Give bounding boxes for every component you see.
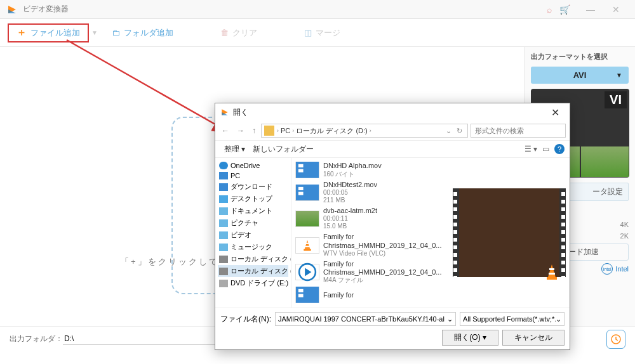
format-select[interactable]: AVI ▼ bbox=[531, 67, 629, 84]
organize-menu[interactable]: 整理 ▾ bbox=[220, 144, 249, 155]
tree-item[interactable]: ダウンロード bbox=[218, 181, 288, 193]
svg-rect-8 bbox=[304, 249, 311, 250]
file-meta: WTV Video File (VLC) bbox=[323, 250, 445, 257]
tree-item[interactable]: PC bbox=[218, 171, 288, 181]
vid-icon bbox=[219, 231, 228, 239]
dialog-logo-icon bbox=[220, 108, 229, 117]
side-title: 出力フォーマットを選択 bbox=[531, 52, 629, 62]
res-2k[interactable]: 2K bbox=[620, 232, 629, 240]
nav-back-button[interactable]: ← bbox=[219, 126, 232, 135]
svg-rect-10 bbox=[305, 245, 309, 247]
mus-icon bbox=[219, 244, 228, 251]
nav-up-button[interactable]: ↑ bbox=[250, 126, 258, 135]
tree-item[interactable]: OneDrive bbox=[218, 160, 288, 171]
tree-item[interactable]: ローカル ディスク (D bbox=[218, 265, 288, 277]
file-item[interactable]: Family for Christmas_HMMHD_2019_12_04_0.… bbox=[294, 231, 446, 258]
breadcrumb[interactable]: › PC › ローカル ディスク (D:) › ⌄ ↻ bbox=[261, 124, 468, 138]
help-button[interactable]: ? bbox=[554, 144, 565, 154]
file-meta: 160 バイト bbox=[323, 171, 382, 178]
add-file-label: ファイル追加 bbox=[30, 27, 80, 39]
dialog-close-button[interactable]: ✕ bbox=[546, 107, 565, 119]
tree-item[interactable]: ローカル ディスク (C bbox=[218, 253, 288, 265]
svg-rect-3 bbox=[298, 164, 304, 167]
pc-icon bbox=[219, 172, 228, 179]
file-item[interactable]: Family for Christmas_HMMHD_2019_12_04_0.… bbox=[294, 259, 446, 285]
tree-label: ドキュメント bbox=[231, 206, 272, 216]
clock-icon bbox=[610, 334, 622, 345]
file-list[interactable]: DNxHD Alpha.mov160 バイトDNxHDtest2.mov00:0… bbox=[291, 158, 449, 308]
intel-icon: intel bbox=[601, 263, 613, 275]
tree-item[interactable]: ピクチャ bbox=[218, 217, 288, 229]
tree-label: ローカル ディスク (C bbox=[231, 254, 291, 264]
file-name: dvb-aac-latm.m2t bbox=[323, 207, 377, 215]
tree-item[interactable]: ミュージック bbox=[218, 241, 288, 253]
preview-pane-button[interactable]: ▭ bbox=[542, 145, 549, 153]
tree-item[interactable]: DVD ドライブ (E:) bbox=[218, 277, 288, 289]
tree-item[interactable]: ドキュメント bbox=[218, 205, 288, 217]
dvd-icon bbox=[219, 280, 228, 287]
pic-icon bbox=[219, 219, 228, 227]
svg-rect-15 bbox=[547, 277, 557, 280]
preview-thumbnail bbox=[453, 188, 566, 277]
tree-label: ミュージック bbox=[231, 242, 272, 252]
tree-label: ダウンロード bbox=[231, 182, 272, 192]
path-seg-pc[interactable]: PC bbox=[279, 127, 292, 134]
filename-label: ファイル名(N): bbox=[220, 314, 271, 325]
cloud-icon bbox=[219, 162, 228, 169]
add-folder-button[interactable]: 🗀 フォルダ追加 bbox=[104, 23, 181, 42]
res-4k[interactable]: 4K bbox=[620, 221, 629, 228]
output-label: 出力フォルダ： bbox=[10, 334, 63, 344]
nav-fwd-button[interactable]: → bbox=[234, 126, 247, 135]
app-logo-icon bbox=[6, 4, 18, 15]
desk-icon bbox=[219, 195, 228, 203]
schedule-button[interactable] bbox=[606, 330, 625, 349]
format-value: AVI bbox=[573, 70, 587, 80]
tree-item[interactable]: ビデオ bbox=[218, 229, 288, 241]
minimize-button[interactable]: — bbox=[578, 0, 603, 19]
search-input[interactable] bbox=[471, 124, 566, 138]
refresh-icon[interactable]: ↻ bbox=[454, 127, 465, 135]
file-name: Family for bbox=[323, 291, 354, 299]
close-button[interactable]: ✕ bbox=[603, 0, 629, 19]
tree-item[interactable]: デスクトップ bbox=[218, 193, 288, 205]
file-name: DNxHD Alpha.mov bbox=[323, 162, 382, 170]
new-folder-button[interactable]: 新しいフォルダー bbox=[249, 144, 318, 155]
open-button[interactable]: 開く(O) ▾ bbox=[442, 330, 498, 346]
doc-icon bbox=[219, 207, 228, 215]
view-mode-button[interactable]: ☰ ▾ bbox=[525, 145, 537, 153]
path-seg-drive[interactable]: ローカル ディスク (D:) bbox=[294, 126, 369, 136]
folder-icon bbox=[264, 126, 274, 136]
file-item[interactable]: dvb-aac-latm.m2t00:00:1115.0 MB bbox=[294, 205, 446, 231]
path-dropdown-icon[interactable]: ⌄ bbox=[443, 127, 454, 135]
file-item[interactable]: DNxHDtest2.mov00:00:05211 MB bbox=[294, 179, 446, 205]
dl-icon bbox=[219, 183, 228, 191]
filename-combo[interactable]: JAMIROQUAI 1997 CONCERT-aBrTbKau5KY.f140… bbox=[275, 312, 456, 326]
toolbar: ＋ ファイル追加 ▼ 🗀 フォルダ追加 🗑 クリア ◫ マージ bbox=[0, 19, 635, 47]
tree-label: デスクトップ bbox=[231, 194, 272, 204]
file-item[interactable]: Family for bbox=[294, 285, 446, 304]
search-icon[interactable]: ⌕ bbox=[547, 4, 552, 15]
dialog-title: 開く bbox=[233, 107, 248, 118]
add-file-caret-icon[interactable]: ▼ bbox=[91, 29, 98, 36]
dialog-footer: ファイル名(N): JAMIROQUAI 1997 CONCERT-aBrTbK… bbox=[215, 308, 570, 349]
vlc-thumb-icon bbox=[295, 237, 319, 254]
clear-button[interactable]: 🗑 クリア bbox=[213, 23, 265, 42]
dialog-titlebar: 開く ✕ bbox=[215, 103, 570, 121]
clear-label: クリア bbox=[232, 27, 257, 39]
trash-icon: 🗑 bbox=[220, 28, 229, 37]
audio-thumb-icon bbox=[295, 264, 319, 280]
hdd-icon bbox=[219, 268, 228, 275]
tree-label: OneDrive bbox=[231, 162, 260, 169]
svg-rect-6 bbox=[298, 187, 304, 190]
vlc-cone-icon bbox=[543, 263, 561, 281]
cart-icon[interactable]: 🛒 bbox=[559, 4, 570, 15]
filter-combo[interactable]: All Supported Formats(*.wtv;*.c ⌄ bbox=[460, 312, 565, 326]
merge-button[interactable]: ◫ マージ bbox=[297, 23, 348, 42]
dialog-body: OneDrivePCダウンロードデスクトップドキュメントピクチャビデオミュージッ… bbox=[215, 158, 570, 308]
nav-tree[interactable]: OneDrivePCダウンロードデスクトップドキュメントピクチャビデオミュージッ… bbox=[215, 158, 291, 308]
titlebar: ビデオ変換器 ⌕ 🛒 — ✕ bbox=[0, 0, 635, 19]
svg-rect-4 bbox=[298, 169, 304, 172]
cancel-button[interactable]: キャンセル bbox=[502, 330, 565, 346]
add-file-button[interactable]: ＋ ファイル追加 bbox=[8, 23, 89, 42]
file-item[interactable]: DNxHD Alpha.mov160 バイト bbox=[294, 160, 446, 179]
